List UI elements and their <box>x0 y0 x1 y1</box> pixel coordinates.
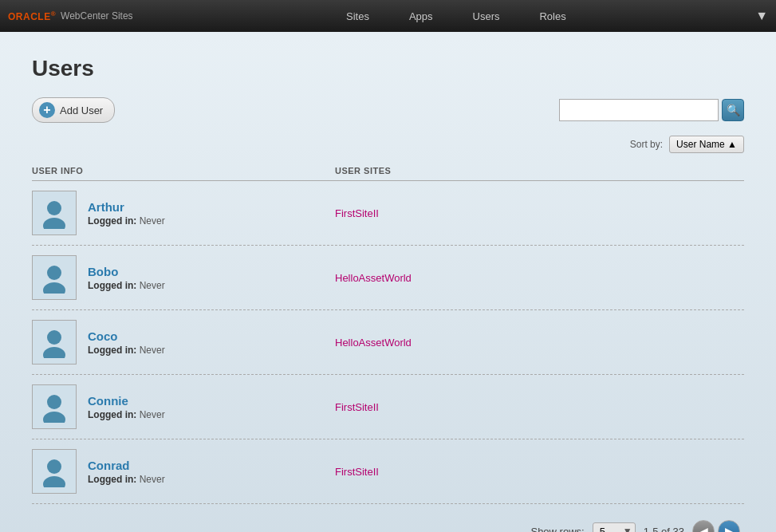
page-info: 1-5 of 33 <box>644 526 684 533</box>
user-info-col: Coco Logged in: Never <box>32 320 335 365</box>
svg-point-2 <box>47 266 61 280</box>
avatar <box>32 320 77 365</box>
nav-links: Sites Apps Users Roles <box>157 10 756 22</box>
prev-page-button[interactable]: ◀ <box>692 520 715 532</box>
next-icon: ▶ <box>725 525 734 532</box>
top-navigation: ORACLE® WebCenter Sites Sites Apps Users… <box>0 0 776 32</box>
user-info-col: Connie Logged in: Never <box>32 384 335 429</box>
product-name: WebCenter Sites <box>61 10 133 22</box>
svg-point-4 <box>47 330 61 345</box>
table-row[interactable]: Conrad Logged in: Never FirstSiteII <box>32 439 744 504</box>
avatar <box>32 191 77 235</box>
svg-point-6 <box>47 395 61 409</box>
avatar-image <box>38 262 70 294</box>
table-row[interactable]: Arthur Logged in: Never FirstSiteII <box>32 181 744 246</box>
user-details: Coco Logged in: Never <box>88 329 165 356</box>
site-link[interactable]: FirstSiteII <box>335 401 379 413</box>
show-rows-label: Show rows: <box>530 526 584 533</box>
col-userinfo-header: USER INFO <box>32 166 335 175</box>
user-name: Bobo <box>88 265 165 278</box>
user-sites-col: FirstSiteII <box>335 466 744 478</box>
nav-dropdown-icon[interactable]: ▼ <box>755 9 768 22</box>
user-details: Arthur Logged in: Never <box>88 200 165 227</box>
user-list: Arthur Logged in: Never FirstSiteII Bobo… <box>32 181 744 504</box>
table-row[interactable]: Bobo Logged in: Never HelloAssetWorld <box>32 246 744 310</box>
user-sites-col: FirstSiteII <box>335 207 744 219</box>
user-sites-col: FirstSiteII <box>335 401 744 413</box>
user-sites-col: HelloAssetWorld <box>335 337 744 349</box>
sort-label: Sort by: <box>630 139 663 150</box>
user-name: Conrad <box>88 459 165 472</box>
search-icon: 🔍 <box>727 104 740 116</box>
nav-sites[interactable]: Sites <box>342 10 373 22</box>
nav-right: ▼ <box>755 9 768 23</box>
avatar-image <box>38 391 70 423</box>
sort-value: User Name ▲ <box>676 139 737 150</box>
main-content: Users + Add User 🔍 Sort by: User Name ▲ … <box>0 32 776 532</box>
nav-roles[interactable]: Roles <box>535 10 569 22</box>
add-user-button[interactable]: + Add User <box>32 97 115 123</box>
page-nav: ◀ ▶ <box>692 520 740 532</box>
sort-dropdown[interactable]: User Name ▲ <box>669 136 744 153</box>
sort-bar: Sort by: User Name ▲ <box>32 136 744 153</box>
search-input[interactable] <box>559 99 719 121</box>
user-name: Coco <box>88 329 165 343</box>
prev-icon: ◀ <box>699 525 708 532</box>
logged-in-label: Logged in: <box>88 474 136 485</box>
user-details: Connie Logged in: Never <box>88 394 165 420</box>
svg-point-7 <box>43 412 65 423</box>
avatar-image <box>38 326 70 358</box>
user-login-status: Logged in: Never <box>88 345 165 356</box>
rows-select-wrapper: 5102550100 ▼ <box>593 522 636 533</box>
toolbar: + Add User 🔍 <box>32 97 744 123</box>
nav-apps[interactable]: Apps <box>405 10 437 22</box>
search-area: 🔍 <box>559 99 744 121</box>
svg-point-5 <box>43 347 65 358</box>
site-link[interactable]: FirstSiteII <box>335 466 379 478</box>
user-info-col: Arthur Logged in: Never <box>32 191 335 235</box>
table-row[interactable]: Connie Logged in: Never FirstSiteII <box>32 375 744 439</box>
table-row[interactable]: Coco Logged in: Never HelloAssetWorld <box>32 310 744 375</box>
user-name: Arthur <box>88 200 165 214</box>
user-sites-col: HelloAssetWorld <box>335 272 744 284</box>
nav-users[interactable]: Users <box>469 10 504 22</box>
user-login-status: Logged in: Never <box>88 280 165 291</box>
table-header: USER INFO USER SITES <box>32 161 744 181</box>
user-details: Bobo Logged in: Never <box>88 265 165 291</box>
add-user-label: Add User <box>60 104 103 116</box>
page-title: Users <box>32 56 744 81</box>
user-details: Conrad Logged in: Never <box>88 459 165 485</box>
site-link[interactable]: HelloAssetWorld <box>335 272 412 284</box>
avatar-image <box>38 455 70 487</box>
next-page-button[interactable]: ▶ <box>718 520 740 532</box>
svg-point-3 <box>43 282 65 294</box>
col-usersites-header: USER SITES <box>335 166 744 175</box>
user-login-status: Logged in: Never <box>88 215 165 227</box>
add-icon: + <box>39 102 55 118</box>
logged-in-label: Logged in: <box>88 409 136 420</box>
avatar <box>32 384 77 429</box>
svg-point-8 <box>47 459 61 474</box>
oracle-logo: ORACLE® <box>8 10 56 22</box>
avatar <box>32 449 77 494</box>
svg-point-9 <box>43 476 65 487</box>
logged-in-label: Logged in: <box>88 215 136 227</box>
user-info-col: Conrad Logged in: Never <box>32 449 335 494</box>
search-button[interactable]: 🔍 <box>722 99 744 121</box>
user-login-status: Logged in: Never <box>88 474 165 485</box>
site-link[interactable]: HelloAssetWorld <box>335 337 412 349</box>
logged-in-label: Logged in: <box>88 345 136 356</box>
pagination: Show rows: 5102550100 ▼ 1-5 of 33 ◀ ▶ <box>32 520 744 532</box>
rows-select[interactable]: 5102550100 <box>593 522 636 533</box>
user-name: Connie <box>88 394 165 408</box>
user-login-status: Logged in: Never <box>88 409 165 420</box>
site-link[interactable]: FirstSiteII <box>335 207 379 219</box>
svg-point-0 <box>47 201 61 215</box>
user-info-col: Bobo Logged in: Never <box>32 255 335 300</box>
logged-in-label: Logged in: <box>88 280 136 291</box>
svg-point-1 <box>43 218 65 229</box>
avatar-image <box>38 197 70 229</box>
avatar <box>32 255 77 300</box>
brand: ORACLE® WebCenter Sites <box>8 10 133 22</box>
